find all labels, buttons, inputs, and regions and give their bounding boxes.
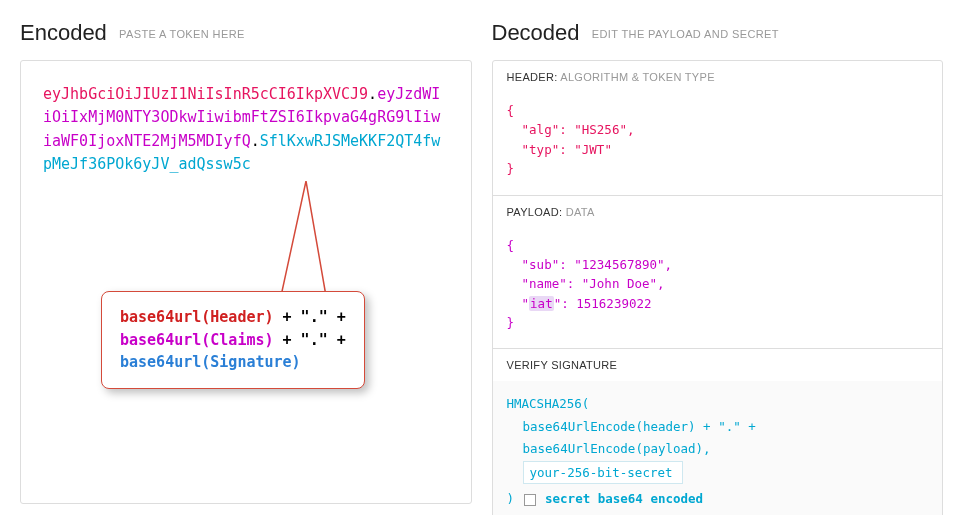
signature-section: VERIFY SIGNATURE HMACSHA256( base64UrlEn…	[493, 349, 943, 515]
secret-base64-checkbox[interactable]	[524, 494, 536, 506]
sig-line1: base64UrlEncode(header) + "." +	[507, 416, 929, 439]
callout-bubble: base64url(Header) + "." + base64url(Clai…	[101, 291, 365, 389]
decoded-panel: HEADER: ALGORITHM & TOKEN TYPE { "alg": …	[492, 60, 944, 515]
secret-input[interactable]	[523, 461, 683, 484]
callout-line-2: base64url(Claims) + "." +	[120, 329, 346, 352]
header-section: HEADER: ALGORITHM & TOKEN TYPE { "alg": …	[493, 61, 943, 196]
token-header-segment: eyJhbGciOiJIUzI1NiIsInR5cCI6IkpXVCJ9	[43, 85, 368, 103]
payload-json-editor[interactable]: { "sub": "1234567890", "name": "John Doe…	[493, 228, 943, 349]
sig-close-paren: )	[507, 488, 515, 511]
token-dot-2: .	[251, 132, 260, 150]
encoded-heading: Encoded PASTE A TOKEN HERE	[20, 20, 472, 46]
encoded-column: Encoded PASTE A TOKEN HERE eyJhbGciOiJIU…	[20, 20, 472, 515]
encoded-token[interactable]: eyJhbGciOiJIUzI1NiIsInR5cCI6IkpXVCJ9.eyJ…	[43, 83, 449, 176]
encoded-title: Encoded	[20, 20, 107, 45]
sig-secret-wrapper	[507, 461, 929, 485]
sig-func: HMACSHA256(	[507, 396, 590, 411]
encoded-subtitle: PASTE A TOKEN HERE	[119, 28, 245, 40]
callout-tail-icon	[276, 181, 336, 301]
encoded-panel[interactable]: eyJhbGciOiJIUzI1NiIsInR5cCI6IkpXVCJ9.eyJ…	[20, 60, 472, 504]
header-json-editor[interactable]: { "alg": "HS256", "typ": "JWT" }	[493, 93, 943, 195]
payload-section-label: PAYLOAD: DATA	[493, 196, 943, 228]
decoded-heading: Decoded EDIT THE PAYLOAD AND SECRET	[492, 20, 944, 46]
svg-marker-0	[281, 181, 326, 296]
decoded-subtitle: EDIT THE PAYLOAD AND SECRET	[592, 28, 779, 40]
secret-base64-label: secret base64 encoded	[545, 488, 703, 511]
main-layout: Encoded PASTE A TOKEN HERE eyJhbGciOiJIU…	[20, 20, 943, 515]
decoded-title: Decoded	[492, 20, 580, 45]
sig-close-row: ) secret base64 encoded	[507, 488, 929, 511]
decoded-column: Decoded EDIT THE PAYLOAD AND SECRET HEAD…	[492, 20, 944, 515]
callout-line-1: base64url(Header) + "." +	[120, 306, 346, 329]
signature-body: HMACSHA256( base64UrlEncode(header) + ".…	[493, 381, 943, 515]
callout-line-3: base64url(Signature)	[120, 351, 346, 374]
payload-section: PAYLOAD: DATA { "sub": "1234567890", "na…	[493, 196, 943, 350]
signature-section-label: VERIFY SIGNATURE	[493, 349, 943, 381]
sig-line2: base64UrlEncode(payload),	[507, 438, 929, 461]
header-section-label: HEADER: ALGORITHM & TOKEN TYPE	[493, 61, 943, 93]
token-dot-1: .	[368, 85, 377, 103]
